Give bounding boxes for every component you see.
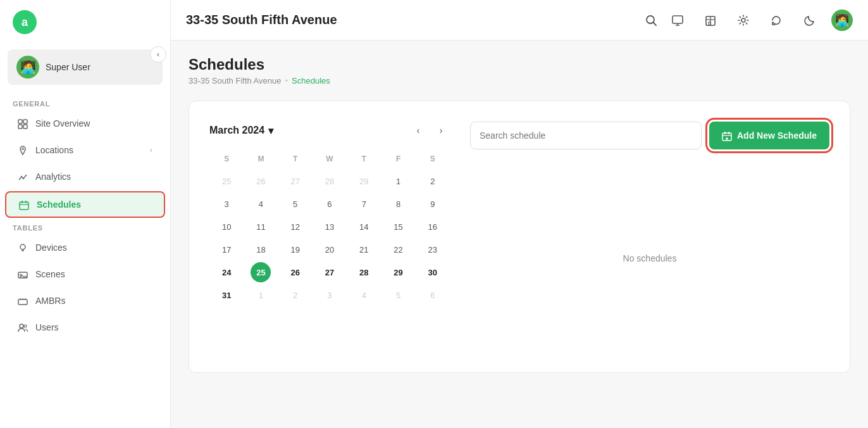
general-section-label: GENERAL bbox=[0, 95, 170, 110]
calendar-section: March 2024 ▾ ‹ › S M T W T F bbox=[209, 122, 450, 352]
moon-icon[interactable] bbox=[798, 9, 820, 31]
calendar-day[interactable]: 5 bbox=[285, 194, 306, 214]
add-schedule-button[interactable]: Add New Schedule bbox=[709, 122, 829, 149]
sidebar-item-site-overview[interactable]: Site Overview bbox=[5, 111, 165, 135]
svg-point-4 bbox=[22, 148, 24, 149]
monitor-icon[interactable] bbox=[667, 9, 688, 31]
app-logo[interactable]: a bbox=[13, 10, 37, 34]
dropdown-icon: ▾ bbox=[268, 125, 273, 137]
day-header-thu: T bbox=[347, 152, 381, 166]
svg-rect-3 bbox=[23, 125, 27, 129]
building-icon[interactable] bbox=[700, 9, 721, 31]
calendar-day[interactable]: 26 bbox=[251, 171, 271, 191]
calendar-day[interactable]: 27 bbox=[319, 262, 340, 282]
calendar-day[interactable]: 20 bbox=[319, 239, 340, 260]
calendar-day[interactable]: 22 bbox=[388, 239, 409, 260]
user-avatar-topbar[interactable]: 🧑‍💻 bbox=[831, 9, 853, 31]
sidebar-item-scenes[interactable]: Scenes bbox=[5, 262, 165, 286]
main-content: 33-35 South Fifth Avenue bbox=[171, 0, 868, 428]
settings-icon[interactable] bbox=[733, 9, 754, 31]
breadcrumb-location: 33-35 South Fifth Avenue bbox=[189, 76, 281, 85]
calendar-day[interactable]: 24 bbox=[216, 262, 237, 282]
calendar-day[interactable]: 28 bbox=[354, 262, 374, 282]
svg-point-5 bbox=[21, 176, 22, 177]
calendar-day[interactable]: 11 bbox=[251, 217, 271, 237]
calendar-day[interactable]: 13 bbox=[319, 217, 340, 237]
sidebar-item-label: AMBRs bbox=[35, 296, 65, 306]
calendar-day[interactable]: 23 bbox=[423, 239, 443, 260]
sidebar-item-devices[interactable]: Devices bbox=[5, 236, 165, 260]
tables-section-label: TABLES bbox=[0, 219, 170, 234]
sidebar-item-ambrs[interactable]: AMBRs bbox=[5, 289, 165, 313]
calendar-day[interactable]: 8 bbox=[388, 194, 409, 214]
sidebar-item-label: Schedules bbox=[37, 199, 81, 210]
sidebar-collapse-button[interactable]: ‹ bbox=[150, 46, 166, 63]
calendar-day[interactable]: 16 bbox=[423, 217, 443, 237]
chevron-right-icon: › bbox=[150, 146, 152, 154]
calendar-day[interactable]: 21 bbox=[354, 239, 374, 260]
calendar-day[interactable]: 29 bbox=[388, 262, 409, 282]
ambr-icon bbox=[18, 295, 28, 306]
day-header-wed: W bbox=[313, 152, 347, 166]
calendar-day[interactable]: 15 bbox=[388, 217, 409, 237]
day-header-tue: T bbox=[278, 152, 313, 166]
user-profile[interactable]: 🧑‍💻 Super User bbox=[8, 49, 163, 85]
grid-icon bbox=[18, 118, 28, 129]
sidebar-item-schedules[interactable]: Schedules bbox=[5, 191, 165, 218]
calendar-next-button[interactable]: › bbox=[432, 122, 450, 139]
calendar-day[interactable]: 17 bbox=[216, 239, 237, 260]
calendar-day[interactable]: 30 bbox=[423, 262, 443, 282]
svg-rect-2 bbox=[18, 125, 22, 129]
calendar-month-select[interactable]: March 2024 ▾ bbox=[209, 125, 273, 137]
calendar-day[interactable]: 2 bbox=[285, 285, 306, 305]
calendar-day[interactable]: 25 bbox=[251, 262, 271, 282]
calendar-day[interactable]: 9 bbox=[423, 194, 443, 214]
calendar-day[interactable]: 3 bbox=[319, 285, 340, 305]
calendar-day[interactable]: 2 bbox=[423, 171, 443, 191]
schedules-panel: March 2024 ▾ ‹ › S M T W T F bbox=[189, 101, 850, 373]
calendar-day[interactable]: 7 bbox=[354, 194, 374, 214]
calendar-day[interactable]: 1 bbox=[388, 171, 409, 191]
refresh-icon[interactable] bbox=[766, 9, 787, 31]
calendar-day[interactable]: 6 bbox=[423, 285, 443, 305]
svg-point-21 bbox=[24, 325, 27, 327]
day-header-sun: S bbox=[209, 152, 244, 166]
calendar-day[interactable]: 29 bbox=[354, 171, 374, 191]
calendar-day[interactable]: 25 bbox=[216, 171, 237, 191]
calendar-day[interactable]: 12 bbox=[285, 217, 306, 237]
topbar-search-icon[interactable] bbox=[645, 13, 657, 27]
svg-line-23 bbox=[654, 23, 656, 25]
svg-rect-7 bbox=[20, 202, 28, 210]
calendar-day[interactable]: 5 bbox=[388, 285, 409, 305]
calendar-day[interactable]: 28 bbox=[319, 171, 340, 191]
calendar-day[interactable]: 10 bbox=[216, 217, 237, 237]
calendar-icon bbox=[19, 199, 29, 210]
sidebar-item-analytics[interactable]: Analytics bbox=[5, 165, 165, 189]
svg-rect-1 bbox=[23, 120, 27, 123]
calendar-day[interactable]: 6 bbox=[319, 194, 340, 214]
calendar-day[interactable]: 14 bbox=[354, 217, 374, 237]
sidebar-logo: a ‹ bbox=[0, 0, 170, 44]
calendar-prev-button[interactable]: ‹ bbox=[409, 122, 427, 139]
calendar-day[interactable]: 27 bbox=[285, 171, 306, 191]
calendar-day[interactable]: 4 bbox=[354, 285, 374, 305]
sidebar-item-locations[interactable]: Locations › bbox=[5, 138, 165, 162]
search-input-wrap bbox=[470, 122, 702, 149]
calendar-day[interactable]: 3 bbox=[216, 194, 237, 214]
calendar-day[interactable]: 1 bbox=[251, 285, 271, 305]
page-content: Schedules 33-35 South Fifth Avenue • Sch… bbox=[171, 41, 868, 428]
calendar-day[interactable]: 19 bbox=[285, 239, 306, 260]
sidebar-item-users[interactable]: Users bbox=[5, 315, 165, 339]
topbar-location-title: 33-35 South Fifth Avenue bbox=[186, 13, 635, 27]
calendar-day[interactable]: 26 bbox=[285, 262, 306, 282]
schedules-right: Add New Schedule No schedules bbox=[470, 122, 829, 352]
calendar-day[interactable]: 18 bbox=[251, 239, 271, 260]
page-title: Schedules bbox=[189, 56, 850, 73]
calendar-add-icon bbox=[722, 130, 732, 141]
calendar-day[interactable]: 31 bbox=[216, 285, 237, 305]
calendar-day[interactable]: 4 bbox=[251, 194, 271, 214]
avatar: 🧑‍💻 bbox=[16, 56, 39, 79]
search-input[interactable] bbox=[480, 130, 692, 141]
svg-point-6 bbox=[23, 178, 24, 179]
breadcrumb-separator: • bbox=[285, 76, 288, 85]
